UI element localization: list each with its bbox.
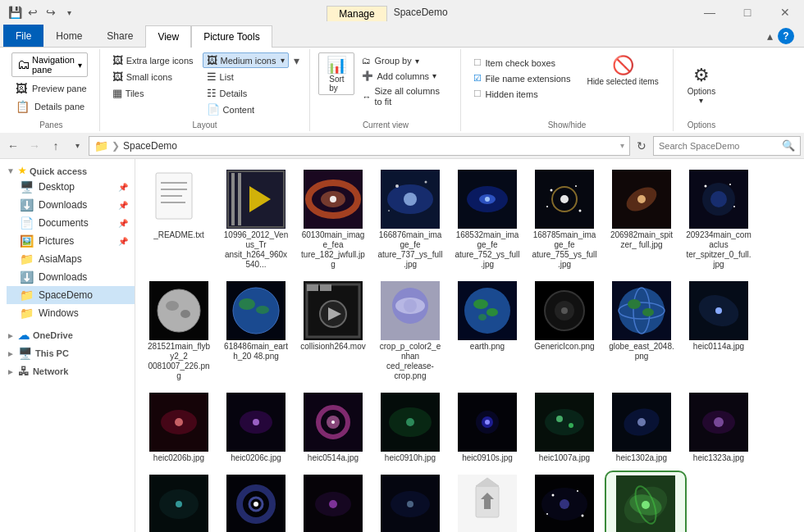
recent-locations-button[interactable]: ▾ [67, 136, 87, 156]
up-button[interactable]: ↑ [46, 136, 66, 156]
file-item-166876[interactable]: 166876main_image_fe ature_737_ys_full.jp… [373, 166, 447, 274]
file-item-heic0910h[interactable]: heic0910h.jpg [373, 389, 447, 467]
sort-by-button[interactable]: 📊 Sortby [318, 52, 354, 95]
undo-icon[interactable]: ↩ [25, 4, 41, 20]
file-item-opo0006[interactable]: opo0006a.jpg [142, 471, 216, 532]
file-item-281521[interactable]: 281521main_flyby2_2 0081007_226.png [142, 277, 216, 385]
file-ext-checkbox[interactable]: ☑ [473, 73, 482, 84]
redo-icon[interactable]: ↪ [43, 4, 59, 20]
onedrive-section[interactable]: ► ☁ OneDrive [0, 325, 135, 343]
navigation-pane-button[interactable]: 🗂 Navigationpane ▾ [11, 52, 88, 77]
search-icon[interactable]: 🔍 [782, 139, 795, 152]
svg-point-36 [710, 191, 727, 207]
quick-access-section[interactable]: ▼ ★ Quick access [0, 162, 135, 178]
file-item-heic0910s[interactable]: heic0910s.jpg [450, 389, 524, 467]
sidebar-item-pictures[interactable]: 🖼️ Pictures 📌 [7, 232, 135, 250]
list-button[interactable]: ☰ List [203, 69, 290, 84]
save-icon[interactable]: 💾 [7, 4, 23, 20]
tab-share[interactable]: Share [94, 25, 145, 47]
file-item-potw1449[interactable]: potw1449a. jpg [528, 471, 601, 532]
ribbon-collapse-icon[interactable]: ▴ [767, 30, 773, 43]
svg-point-105 [714, 417, 724, 427]
sidebar-item-spacedemo[interactable]: 📁 SpaceDemo [7, 286, 135, 304]
tab-view[interactable]: View [145, 25, 191, 48]
group-by-button[interactable]: 🗂 Group by ▾ [358, 54, 452, 67]
layout-more-dropdown[interactable]: ▾ [292, 52, 301, 69]
file-item-generic[interactable]: GenericIcon.png [528, 277, 601, 385]
item-checkboxes-checkbox[interactable]: ☐ [473, 57, 482, 68]
file-item-planet-anim[interactable]: planetAni mPOT2.glb [450, 471, 524, 532]
file-item-opo0635[interactable]: opo0635a.jpg [296, 471, 370, 532]
thispc-section[interactable]: ► 🖥️ This PC [0, 343, 135, 361]
size-all-columns-button[interactable]: ↔ Size all columns to fit [358, 84, 452, 109]
file-item-spacedemo-isc[interactable]: SpaceDem o.isc [605, 471, 687, 532]
medium-icons-button[interactable]: 🖼 Medium icons ▾ [203, 52, 290, 68]
file-thumbnail-opo0432 [226, 475, 286, 532]
customize-toolbar-dropdown[interactable]: ▾ [61, 4, 77, 20]
sidebar-item-asiamaps[interactable]: 📁 AsiaMaps [7, 250, 135, 268]
file-item-crop[interactable]: crop_p_color2_enhan ced_release-crop.png [373, 277, 447, 385]
options-dropdown[interactable]: ▾ [699, 96, 703, 105]
network-section[interactable]: ► 🖧 Network [0, 361, 135, 380]
maximize-button[interactable]: □ [729, 0, 766, 25]
add-columns-button[interactable]: ➕ Add columns ▾ [358, 69, 452, 83]
hidden-items-checkbox[interactable]: ☐ [473, 89, 482, 99]
sidebar-item-downloads[interactable]: ⬇️ Downloads 📌 [7, 196, 135, 214]
item-checkboxes-toggle[interactable]: ☐ Item check boxes [469, 56, 574, 70]
small-icons-button[interactable]: 🖼 Small icons [108, 69, 198, 84]
sidebar-item-documents[interactable]: 📄 Documents 📌 [7, 214, 135, 232]
file-item-readme[interactable]: _README.txt [142, 166, 216, 274]
options-button[interactable]: ⚙ Options ▾ [682, 62, 721, 107]
preview-pane-button[interactable]: 🖼 Preview pane [11, 80, 91, 97]
search-input[interactable] [659, 141, 779, 151]
help-icon[interactable]: ? [778, 28, 794, 44]
file-item-618486[interactable]: 618486main_earth_20 48.png [219, 277, 293, 385]
file-item-60130[interactable]: 60130main_image_fea ture_182_jwfull.jpg [296, 166, 370, 274]
hidden-items-toggle[interactable]: ☐ Hidden items [469, 87, 574, 101]
search-bar[interactable]: 🔍 [653, 136, 801, 156]
extra-large-icons-button[interactable]: 🖼 Extra large icons [108, 52, 198, 68]
file-item-venus[interactable]: 10996_2012_Venus_Tr ansit_h264_960x540..… [219, 166, 293, 274]
file-item-206982[interactable]: 206982main_spitzer_ full.jpg [605, 166, 678, 274]
nav-pane-dropdown[interactable]: ▾ [78, 61, 82, 70]
file-name-readme: _README.txt [153, 230, 204, 240]
file-item-168532[interactable]: 168532main_image_fe ature_752_ys_full.jp… [450, 166, 524, 274]
file-item-heic0206c[interactable]: heic0206c.jpg [219, 389, 293, 467]
refresh-button[interactable]: ↻ [632, 136, 651, 156]
file-item-globe[interactable]: globe_east_2048.png [605, 277, 678, 385]
address-bar[interactable]: 📁 ❯ SpaceDemo ▾ [89, 136, 630, 156]
close-button[interactable]: ✕ [766, 0, 804, 25]
file-item-opo0432[interactable]: opo0432d.jpg [219, 471, 293, 532]
tab-file[interactable]: File [3, 25, 43, 47]
files-area[interactable]: _README.txt 10996_2012_Venus_Tr ansit_h2… [135, 159, 804, 532]
medium-icons-dropdown[interactable]: ▾ [281, 56, 285, 65]
tab-picture-tools[interactable]: Picture Tools [191, 25, 272, 48]
file-item-heic1323[interactable]: heic1323a.jpg [682, 389, 756, 467]
address-dropdown[interactable]: ▾ [620, 141, 624, 150]
file-item-heic0206b[interactable]: heic0206b.jpg [142, 389, 216, 467]
file-item-opo9925[interactable]: opo9925a.jpg [373, 471, 447, 532]
details-pane-button[interactable]: 📋 Details pane [11, 98, 89, 115]
file-item-209234[interactable]: 209234main_comaclus ter_spitzer_0_full.j… [682, 166, 756, 274]
sidebar-item-desktop[interactable]: 🖥️ Desktop 📌 [7, 178, 135, 196]
file-item-heic0514[interactable]: heic0514a.jpg [296, 389, 370, 467]
file-item-collision[interactable]: collisionh264.mov [296, 277, 370, 385]
file-thumbnail-168785 [535, 170, 594, 229]
content-button[interactable]: 📄 Content [203, 102, 290, 117]
file-item-earth[interactable]: earth.png [450, 277, 524, 385]
back-button[interactable]: ← [3, 136, 23, 156]
tiles-button[interactable]: ▦ Tiles [108, 85, 198, 101]
file-item-168785[interactable]: 168785main_image_fe ature_755_ys_full.jp… [528, 166, 601, 274]
minimize-button[interactable]: ― [691, 0, 729, 25]
file-item-heic1007[interactable]: heic1007a.jpg [528, 389, 601, 467]
hide-selected-button[interactable]: 🚫 Hide selected items [581, 52, 664, 89]
file-item-heic1302[interactable]: heic1302a.jpg [605, 389, 678, 467]
sidebar-item-windows[interactable]: 📁 Windows [7, 304, 135, 322]
breadcrumb-spacedemo[interactable]: SpaceDemo [123, 140, 177, 152]
file-item-heic0114[interactable]: heic0114a.jpg [682, 277, 756, 385]
sidebar-item-downloads2[interactable]: ⬇️ Downloads [7, 268, 135, 286]
file-name-extensions-toggle[interactable]: ☑ File name extensions [469, 71, 574, 85]
forward-button[interactable]: → [25, 136, 44, 156]
details-button[interactable]: ☷ Details [203, 85, 290, 101]
tab-home[interactable]: Home [43, 25, 94, 47]
